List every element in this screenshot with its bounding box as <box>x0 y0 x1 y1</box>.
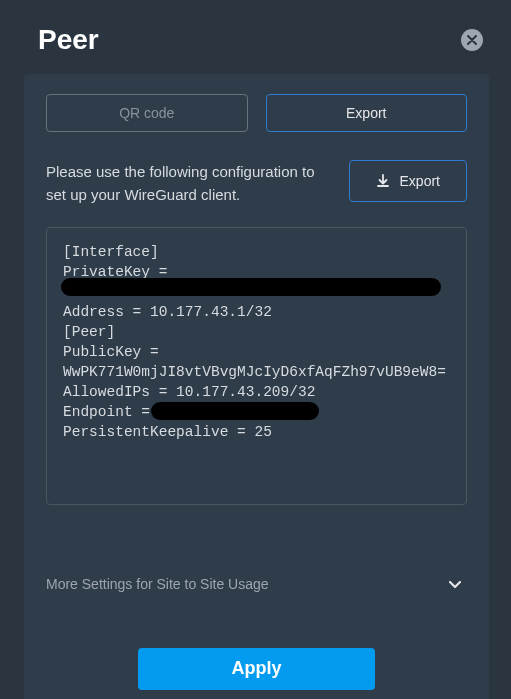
config-line: AllowedIPs = 10.177.43.209/32 <box>63 382 450 402</box>
config-textarea[interactable]: [Interface] PrivateKey = Address = 10.17… <box>46 227 467 505</box>
divider <box>24 535 489 536</box>
modal-body: QR code Export Please use the following … <box>24 74 489 699</box>
more-settings-label: More Settings for Site to Site Usage <box>46 576 269 592</box>
redaction-privatekey <box>61 278 441 296</box>
config-line: [Interface] <box>63 242 450 262</box>
download-icon <box>376 174 390 188</box>
more-settings-accordion[interactable]: More Settings for Site to Site Usage <box>46 566 467 602</box>
close-icon[interactable] <box>461 29 483 51</box>
apply-button[interactable]: Apply <box>138 648 375 690</box>
tab-qr-code-label: QR code <box>119 105 174 121</box>
modal-title: Peer <box>38 24 99 56</box>
config-line: Address = 10.177.43.1/32 <box>63 302 450 322</box>
export-button-label: Export <box>400 173 440 189</box>
chevron-down-icon <box>447 576 463 592</box>
tab-export-label: Export <box>346 105 386 121</box>
redaction-endpoint <box>151 402 319 420</box>
tab-qr-code[interactable]: QR code <box>46 94 248 132</box>
config-line: WwPK771W0mjJI8vtVBvgMJcIyD6xfAqFZh97vUB9… <box>63 362 450 382</box>
config-line: PersistentKeepalive = 25 <box>63 422 450 442</box>
apply-button-label: Apply <box>231 658 281 679</box>
export-button[interactable]: Export <box>349 160 467 202</box>
tab-export[interactable]: Export <box>266 94 468 132</box>
config-line: PublicKey = <box>63 342 450 362</box>
config-line: [Peer] <box>63 322 450 342</box>
tab-row: QR code Export <box>46 94 467 132</box>
config-description: Please use the following configuration t… <box>46 160 331 207</box>
